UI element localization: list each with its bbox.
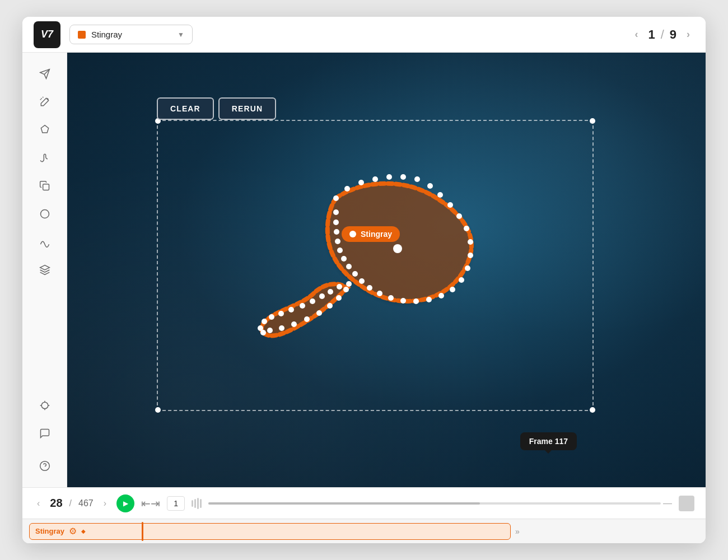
svg-point-68: [346, 281, 352, 287]
clear-button[interactable]: CLEAR: [157, 97, 214, 120]
svg-point-48: [333, 209, 339, 215]
timeline-separator-line: —: [663, 498, 672, 508]
svg-point-46: [334, 229, 339, 235]
svg-point-9: [41, 402, 48, 409]
send-tool-button[interactable]: [32, 62, 57, 86]
bar2: [194, 499, 196, 508]
handle-bottom-right[interactable]: [590, 407, 595, 413]
svg-point-67: [337, 284, 342, 290]
magic-wand-tool-button[interactable]: [32, 90, 57, 114]
svg-point-23: [427, 183, 433, 189]
next-frame-button[interactable]: ›: [682, 26, 694, 43]
square-stop-button[interactable]: [679, 496, 694, 511]
svg-point-25: [447, 202, 453, 208]
svg-point-19: [372, 176, 378, 182]
header: V7 Stingray ▼ ‹ 1 / 9 ›: [22, 17, 706, 53]
svg-point-26: [456, 213, 462, 219]
brush-tool-button[interactable]: [32, 146, 57, 170]
timeline-strip: Stingray ⚙ ◆ »: [22, 519, 706, 543]
prev-frame-btn[interactable]: ‹: [34, 496, 43, 511]
speed-input[interactable]: [167, 496, 185, 511]
track-playhead: [142, 522, 143, 541]
class-selector[interactable]: Stingray ▼: [69, 25, 193, 44]
svg-point-14: [40, 461, 49, 471]
svg-point-24: [437, 192, 443, 198]
current-frame-number: 1: [648, 27, 655, 42]
svg-point-56: [267, 328, 273, 333]
canvas-area[interactable]: CLEAR RERUN: [67, 53, 706, 487]
handle-top-right[interactable]: [590, 118, 595, 124]
bar3: [197, 498, 199, 509]
next-frame-btn[interactable]: ›: [100, 496, 110, 511]
prev-frame-button[interactable]: ‹: [630, 26, 642, 43]
curve-tool-button[interactable]: [32, 230, 57, 254]
help-tool-button[interactable]: [32, 454, 57, 478]
svg-point-39: [367, 285, 372, 291]
timeline-fill: [208, 502, 480, 505]
svg-point-61: [278, 311, 284, 316]
bar4: [200, 499, 202, 508]
svg-point-37: [388, 295, 394, 301]
cube-tool-button[interactable]: [32, 258, 57, 282]
stingray-annotation: [224, 165, 515, 344]
annotation-label-text: Stingray: [361, 230, 392, 239]
svg-point-43: [341, 256, 347, 262]
svg-point-69: [393, 244, 402, 253]
svg-point-51: [327, 303, 333, 309]
circle-tool-button[interactable]: [32, 202, 57, 226]
svg-point-64: [310, 298, 315, 304]
main-content: CLEAR RERUN: [22, 53, 706, 487]
svg-point-49: [343, 287, 349, 292]
rerun-button[interactable]: RERUN: [218, 97, 276, 120]
playback-bars: [192, 498, 202, 509]
svg-marker-6: [41, 125, 48, 133]
bar1: [192, 500, 193, 507]
timeline-track-item[interactable]: Stingray ⚙ ◆: [29, 523, 511, 540]
timeline-track[interactable]: [208, 502, 661, 505]
handle-bottom-left[interactable]: [155, 407, 161, 413]
svg-point-54: [291, 321, 297, 327]
svg-point-20: [386, 174, 392, 180]
comment-tool-button[interactable]: [32, 421, 57, 446]
chevron-down-icon: ▼: [178, 31, 184, 39]
svg-point-50: [336, 295, 342, 301]
svg-point-27: [464, 226, 469, 231]
label-dot: [349, 231, 356, 237]
play-button[interactable]: ▶: [116, 494, 134, 512]
svg-point-53: [304, 316, 310, 322]
svg-point-22: [414, 176, 420, 182]
skip-button[interactable]: ⇤⇥: [141, 497, 160, 510]
class-color-indicator: [78, 31, 86, 39]
app-window: V7 Stingray ▼ ‹ 1 / 9 ›: [22, 17, 706, 543]
action-buttons: CLEAR RERUN: [157, 97, 276, 120]
svg-rect-7: [43, 184, 49, 190]
bottom-controls: ‹ 28 / 467 › ▶ ⇤⇥ —: [22, 487, 706, 519]
left-toolbar: [22, 53, 67, 487]
bottom-total-frames: 467: [78, 498, 94, 508]
total-frames-number: 9: [670, 27, 676, 42]
svg-point-60: [269, 314, 274, 320]
track-end-arrows: »: [515, 527, 520, 536]
frame-separator: /: [661, 27, 664, 42]
bottom-current-frame: 28: [50, 497, 62, 510]
svg-point-33: [438, 293, 444, 298]
svg-point-52: [316, 310, 322, 316]
copy-tool-button[interactable]: [32, 174, 57, 198]
polygon-tool-button[interactable]: [32, 118, 57, 142]
bottom-frame-divider: /: [69, 498, 72, 508]
crosshair-tool-button[interactable]: [32, 393, 57, 418]
svg-point-17: [344, 186, 350, 192]
svg-point-28: [468, 239, 473, 245]
track-keyframe-diamond: ◆: [81, 528, 86, 534]
svg-point-62: [288, 307, 294, 312]
svg-point-34: [426, 297, 432, 302]
svg-point-8: [40, 210, 49, 218]
svg-line-5: [41, 98, 41, 99]
timeline-slider[interactable]: —: [208, 498, 672, 508]
track-object-icon: ⚙: [69, 526, 77, 536]
svg-point-21: [400, 174, 406, 180]
svg-point-47: [333, 220, 339, 225]
frame-tooltip: Frame 117: [520, 432, 577, 450]
svg-point-42: [346, 264, 352, 269]
svg-point-66: [328, 289, 333, 295]
